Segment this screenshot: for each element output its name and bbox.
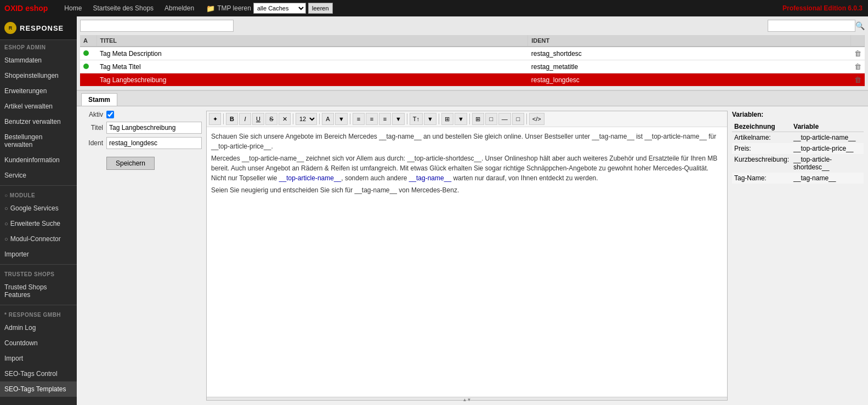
sidebar-item-kundeninformation[interactable]: Kundeninformation	[0, 152, 77, 168]
sidebar-item-bestellungen-verwalten[interactable]: Bestellungen verwalten	[0, 129, 77, 152]
toolbar-table-btn[interactable]: ⊞	[441, 113, 453, 125]
variables-table: Bezeichnung Variable Artikelname: __top-…	[732, 122, 864, 184]
vars-row-1: Preis: __top-article-price__	[732, 143, 864, 154]
editor-content[interactable]: Schauen Sie sich unsere Angebote im Bere…	[207, 127, 727, 397]
sidebar-logo: R RESPONSE	[0, 16, 77, 40]
form-content: Aktiv Titel Ident Speichern	[77, 106, 868, 405]
sidebar-item-trusted-shops-features[interactable]: Trusted Shops Features	[0, 279, 77, 303]
toolbar-strikethrough-btn[interactable]: S	[265, 113, 277, 125]
toolbar-link-btn[interactable]: ⊞	[472, 113, 484, 125]
vars-bezeichnung-0: Artikelname:	[732, 132, 791, 144]
sidebar-item-benutzer-verwalten[interactable]: Benutzer verwalten	[0, 114, 77, 129]
tb-sep-7	[469, 113, 470, 124]
cache-select[interactable]: alle Caches Smarty Cache SEO Cache	[253, 3, 306, 14]
toolbar-color-dropdown-btn[interactable]: ▼	[335, 113, 348, 125]
delete-cell-0[interactable]: 🗑	[851, 47, 865, 60]
toolbar-hr-btn[interactable]: —	[498, 113, 511, 125]
response-logo-icon: R	[4, 22, 16, 34]
sidebar-item-erweiterte-suche[interactable]: ○ Erweiterte Suche	[0, 216, 77, 231]
leeren-button[interactable]: leeren	[308, 3, 333, 14]
ident-input[interactable]	[106, 137, 202, 149]
status-dot-red-2	[83, 77, 89, 82]
delete-icon-2[interactable]: 🗑	[854, 76, 861, 84]
title-cell-0: Tag Meta Description	[97, 47, 528, 60]
toolbar-align-dropdown-btn[interactable]: ▼	[392, 113, 405, 125]
delete-icon-0[interactable]: 🗑	[854, 49, 861, 58]
sidebar-item-erweiterungen[interactable]: Erweiterungen	[0, 83, 77, 99]
toolbar-textformat-btn[interactable]: T↑	[410, 113, 423, 125]
tb-sep-2	[293, 113, 293, 124]
sidebar-item-artikel-verwalten[interactable]: Artikel verwalten	[0, 99, 77, 114]
tab-stamm[interactable]: Stamm	[81, 93, 117, 106]
variables-title: Variablen:	[732, 111, 864, 118]
toolbar-align-btn[interactable]: ≡	[379, 113, 391, 125]
toolbar-magic-btn[interactable]: ✦	[209, 113, 221, 125]
toolbar-italic-btn[interactable]: I	[239, 113, 251, 125]
sidebar-item-google-services[interactable]: ○ Google Services	[0, 201, 77, 216]
tb-sep-4	[350, 113, 350, 124]
status-cell-1	[80, 60, 97, 73]
variables-panel: Variablen: Bezeichnung Variable Artikeln…	[732, 111, 864, 401]
sidebar-item-countdown[interactable]: Countdown	[0, 335, 77, 351]
nav-startseite[interactable]: Startseite des Shops	[89, 4, 157, 12]
table-search-bar: 🔍	[80, 20, 865, 32]
delete-icon-1[interactable]: 🗑	[854, 62, 861, 71]
toolbar-color-btn[interactable]: A	[322, 113, 334, 125]
sidebar-item-import[interactable]: Import	[0, 351, 77, 366]
aktiv-row: Aktiv	[81, 111, 202, 118]
tmp-section: 📁 TMP leeren alle Caches Smarty Cache SE…	[206, 3, 332, 14]
delete-cell-1[interactable]: 🗑	[851, 60, 865, 73]
search-expand-icon: ○	[4, 220, 8, 227]
main-content: 🔍 A TITEL IDENT Tag Meta Description	[77, 16, 868, 405]
sidebar-item-seo-tags-control[interactable]: SEO-Tags Control	[0, 366, 77, 381]
toolbar-textformat-dropdown-btn[interactable]: ▼	[424, 113, 436, 125]
vars-variable-0: __top-article-name__	[791, 132, 864, 144]
divider-1	[0, 185, 77, 186]
toolbar-fontsize-select[interactable]: 128101418	[296, 113, 317, 125]
editor-resize-bar[interactable]: ▲▼	[207, 397, 727, 400]
tb-sep-3	[319, 113, 320, 124]
toolbar-underline-btn[interactable]: U	[252, 113, 264, 125]
titel-input[interactable]	[106, 122, 202, 134]
toolbar-media-btn[interactable]: □	[485, 113, 497, 125]
toolbar-list-ul-btn[interactable]: ≡	[353, 113, 365, 125]
vars-row-2: Kurzbeschreibung: __top-article-shortdes…	[732, 154, 864, 173]
sidebar-item-shopeinstellungen[interactable]: Shopeinstellungen	[0, 68, 77, 83]
section-response-label: * RESPONSE GMBH	[0, 307, 77, 320]
titel-label: Titel	[81, 124, 103, 132]
delete-cell-2[interactable]: 🗑	[851, 73, 865, 87]
toolbar-bold-btn[interactable]: B	[226, 113, 238, 125]
aktiv-checkbox[interactable]	[106, 111, 114, 118]
toolbar-image-btn[interactable]: □	[512, 113, 524, 125]
save-button[interactable]: Speichern	[106, 157, 155, 170]
toolbar-clear-btn[interactable]: ✕	[279, 113, 291, 125]
section-trusted-label: TRUSTED SHOPS	[0, 267, 77, 279]
vars-bezeichnung-2: Kurzbeschreibung:	[732, 154, 791, 173]
content-table: A TITEL IDENT Tag Meta Description resta…	[80, 35, 865, 87]
search-input-left[interactable]	[80, 20, 234, 32]
response-logo-text: RESPONSE	[20, 24, 64, 32]
ident-cell-0: restag_shortdesc	[528, 47, 851, 60]
sidebar-item-seo-tags-templates[interactable]: SEO-Tags Templates	[0, 381, 77, 397]
section-eshop-label: ESHOP ADMIN	[0, 40, 77, 53]
sidebar-item-importer[interactable]: Importer	[0, 247, 77, 262]
sidebar: R RESPONSE ESHOP ADMIN Stammdaten Shopei…	[0, 16, 77, 405]
nav-home[interactable]: Home	[61, 4, 85, 12]
connector-icon: ○	[4, 236, 8, 242]
vars-row-3: Tag-Name: __tag-name__	[732, 173, 864, 184]
status-cell-2	[80, 73, 97, 87]
search-input-right[interactable]	[768, 20, 855, 32]
sidebar-item-service[interactable]: Service	[0, 168, 77, 183]
sidebar-item-admin-log[interactable]: Admin Log	[0, 320, 77, 335]
magnifier-icon[interactable]: 🔍	[855, 21, 865, 30]
sidebar-item-stammdaten[interactable]: Stammdaten	[0, 53, 77, 68]
sidebar-item-modul-connector[interactable]: ○ Modul-Connector	[0, 231, 77, 247]
toolbar-html-btn[interactable]: </>	[529, 113, 544, 125]
table-row-selected[interactable]: Tag Langbeschreibung restag_longdesc 🗑	[80, 73, 865, 87]
table-row[interactable]: Tag Meta Titel restag_metatitle 🗑	[80, 60, 865, 73]
nav-abmelden[interactable]: Abmelden	[161, 4, 197, 12]
toolbar-list-ol-btn[interactable]: ≡	[366, 113, 378, 125]
toolbar-table-dropdown-btn[interactable]: ▼	[455, 113, 467, 125]
table-row[interactable]: Tag Meta Description restag_shortdesc 🗑	[80, 47, 865, 60]
col-header-a: A	[80, 35, 97, 47]
